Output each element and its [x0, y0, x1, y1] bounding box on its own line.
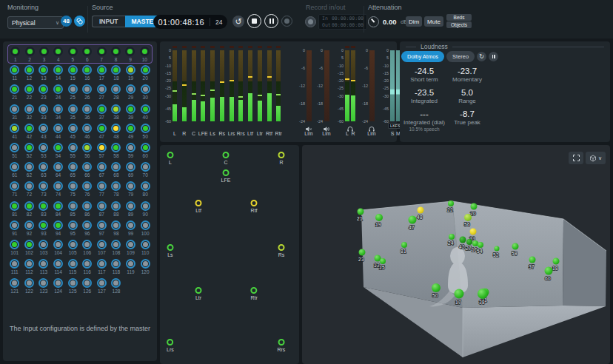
channel-indicator: 50	[138, 122, 153, 141]
record-button[interactable]	[281, 16, 292, 27]
loudness-pause-button[interactable]	[489, 52, 498, 61]
meter-scale-lim: 0-6-12-18-24	[314, 50, 323, 121]
channel-number: 39	[128, 115, 133, 120]
channel-ring	[141, 143, 150, 152]
audio-object-sphere	[495, 246, 500, 252]
channel-dot	[99, 164, 104, 169]
audio-object-sphere	[448, 200, 454, 206]
record-arm-button[interactable]	[305, 16, 316, 27]
channel-dot	[56, 261, 61, 266]
channel-number: 64	[56, 172, 61, 178]
channel-dot	[12, 87, 17, 92]
mute-beds-button[interactable]: Beds	[446, 14, 472, 21]
channel-ring	[141, 84, 150, 94]
clip-indicator	[248, 46, 252, 48]
audio-object-label: 21	[357, 216, 363, 221]
channel-ring	[53, 220, 63, 230]
channel-dot	[99, 87, 104, 92]
dim-button[interactable]: Dim	[406, 16, 422, 27]
channel-ring	[126, 104, 135, 114]
loudness-stat: -24.5Short term	[403, 67, 446, 83]
mute-button[interactable]: Mute	[424, 16, 443, 27]
channel-indicator: 98	[109, 219, 124, 238]
channel-indicator: 33	[36, 103, 51, 122]
channel-dot	[41, 242, 46, 247]
channel-indicator: 20	[138, 64, 153, 83]
channel-dot	[99, 203, 104, 209]
channel-indicator: 55	[65, 141, 80, 161]
channel-ring	[24, 84, 34, 94]
channel-ring	[82, 84, 92, 94]
channel-indicator: 3	[37, 45, 51, 63]
tab-dolby-atmos[interactable]: Dolby Atmos	[401, 51, 444, 62]
channel-number: 62	[27, 172, 32, 178]
fullscreen-button[interactable]	[569, 152, 583, 164]
headphone-meter-R	[351, 50, 355, 121]
channel-dot	[70, 203, 76, 209]
channel-number: 104	[54, 250, 62, 255]
clip-indicator	[192, 46, 196, 48]
channel-indicator: 67	[95, 161, 110, 180]
channel-indicator: 104	[51, 238, 66, 257]
channel-number: 11	[12, 75, 17, 81]
loudness-stat: ---Integrated (dial)10.5% speech	[403, 109, 446, 132]
chevron-down-icon: ∨	[598, 155, 602, 161]
channel-indicator: 68	[109, 161, 124, 180]
channel-ring	[141, 201, 150, 211]
speaker-dot	[278, 339, 284, 346]
channel-number: 8	[115, 57, 118, 62]
channel-meter-C	[192, 50, 196, 121]
speaker-limiter-meter	[324, 50, 329, 121]
monitoring-select[interactable]: Physical ∨	[7, 16, 64, 29]
channel-ring	[97, 278, 107, 288]
master-channel-row: 12345678910	[7, 44, 153, 64]
audio-object-label: 54	[477, 249, 483, 254]
channel-ring	[97, 124, 107, 133]
attenuation-knob[interactable]	[368, 16, 379, 27]
channel-ring	[68, 240, 78, 249]
channel-ring	[24, 201, 34, 211]
channel-indicator: 75	[65, 180, 80, 199]
channel-number: 16	[84, 75, 90, 81]
channel-ring	[82, 104, 92, 114]
stop-button[interactable]	[247, 14, 261, 28]
source-input-button[interactable]: INPUT	[92, 16, 125, 27]
meter-scale-lim: 0-6-12-18-24	[359, 50, 368, 121]
channel-indicator: 17	[95, 64, 110, 83]
channel-number: 14	[56, 75, 61, 81]
channel-ring	[24, 278, 34, 288]
view-mode-button[interactable]: ∨	[586, 152, 606, 164]
meter-label: L	[346, 131, 349, 136]
audio-object-label: 27	[466, 246, 472, 251]
channel-number: 50	[143, 134, 148, 139]
channel-indicator: 107	[95, 238, 110, 257]
speaker-layout-panel: LCRLFELtfRtfLsRsLtrRtrLrsRrs	[160, 145, 299, 364]
channel-number: 119	[127, 269, 134, 274]
return-to-start-button[interactable]: ↺	[232, 16, 244, 27]
channel-number: 40	[143, 115, 148, 120]
channel-row: 21222324252627282930	[7, 83, 153, 102]
tab-stereo[interactable]: Stereo	[446, 51, 475, 62]
channel-indicator: 97	[95, 219, 110, 238]
meter-peak-tick	[220, 81, 224, 83]
audio-object-label: 52	[493, 252, 499, 257]
channel-number: 54	[56, 153, 61, 158]
audio-object-label: 17	[455, 300, 461, 305]
mute-objects-button[interactable]: Objects	[446, 21, 472, 28]
channel-meter-Rrs	[238, 50, 243, 121]
pause-button[interactable]	[264, 14, 278, 28]
channel-row: 71727374757677787980	[7, 180, 153, 199]
audio-object-label: 47	[409, 225, 415, 230]
channel-number: 3	[43, 57, 46, 62]
record-inout-display: In00:00:00:00 Out00:00:00:00	[318, 14, 367, 30]
channel-ring	[10, 240, 19, 249]
speaker-config-button[interactable]	[74, 16, 85, 27]
channel-ring	[68, 104, 78, 114]
channel-ring	[10, 65, 19, 75]
loudness-reset-button[interactable]: ↻	[477, 52, 486, 61]
channel-indicator: 35	[65, 103, 80, 122]
channel-indicator: 32	[22, 103, 37, 122]
channel-ring	[141, 124, 150, 133]
top-bar: Monitoring Physical ∨ 48 Source INPUT MA…	[0, 0, 613, 38]
speaker-label: Rtf	[251, 208, 258, 213]
